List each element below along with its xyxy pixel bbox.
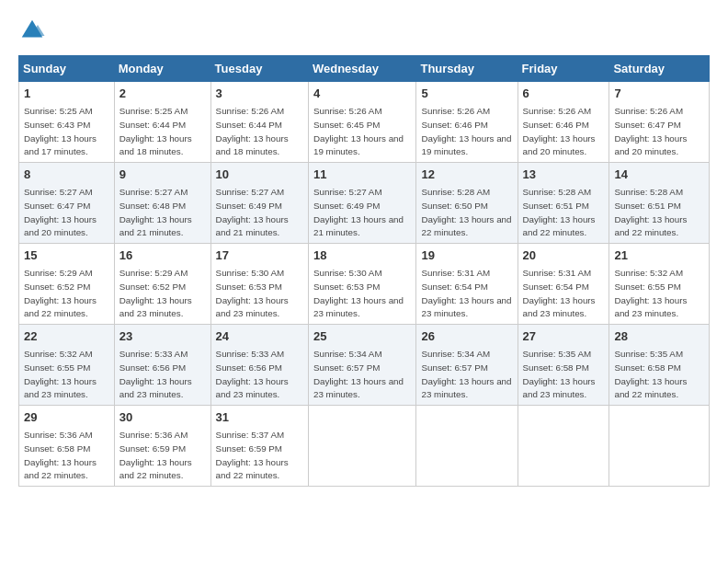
col-header-sunday: Sunday [19, 56, 115, 82]
calendar-week-1: 1 Sunrise: 5:25 AMSunset: 6:43 PMDayligh… [19, 82, 710, 163]
calendar-cell: 6 Sunrise: 5:26 AMSunset: 6:46 PMDayligh… [518, 82, 609, 163]
calendar-cell: 10 Sunrise: 5:27 AMSunset: 6:49 PMDaylig… [210, 163, 308, 244]
col-header-monday: Monday [114, 56, 210, 82]
day-number: 7 [614, 86, 704, 102]
day-info: Sunrise: 5:29 AMSunset: 6:52 PMDaylight:… [119, 268, 192, 318]
calendar-cell: 17 Sunrise: 5:30 AMSunset: 6:53 PMDaylig… [210, 244, 308, 325]
day-number: 11 [313, 167, 412, 183]
day-number: 25 [313, 328, 412, 345]
day-info: Sunrise: 5:35 AMSunset: 6:58 PMDaylight:… [523, 349, 596, 399]
calendar-cell: 30 Sunrise: 5:36 AMSunset: 6:59 PMDaylig… [114, 406, 210, 487]
day-info: Sunrise: 5:34 AMSunset: 6:57 PMDaylight:… [313, 349, 404, 399]
calendar-cell: 15 Sunrise: 5:29 AMSunset: 6:52 PMDaylig… [19, 244, 115, 325]
day-info: Sunrise: 5:25 AMSunset: 6:44 PMDaylight:… [119, 106, 192, 156]
calendar-cell: 13 Sunrise: 5:28 AMSunset: 6:51 PMDaylig… [518, 163, 609, 244]
day-number: 29 [24, 409, 109, 426]
day-info: Sunrise: 5:34 AMSunset: 6:57 PMDaylight:… [421, 349, 511, 399]
calendar-cell: 20 Sunrise: 5:31 AMSunset: 6:54 PMDaylig… [518, 244, 609, 325]
day-number: 30 [119, 409, 206, 426]
day-info: Sunrise: 5:37 AMSunset: 6:59 PMDaylight:… [216, 430, 289, 480]
day-info: Sunrise: 5:36 AMSunset: 6:59 PMDaylight:… [119, 430, 192, 480]
calendar-cell: 27 Sunrise: 5:35 AMSunset: 6:58 PMDaylig… [518, 325, 609, 406]
day-number: 16 [119, 247, 206, 264]
page-container: SundayMondayTuesdayWednesdayThursdayFrid… [0, 0, 728, 496]
day-number: 6 [523, 86, 605, 102]
calendar-week-3: 15 Sunrise: 5:29 AMSunset: 6:52 PMDaylig… [19, 244, 710, 325]
day-info: Sunrise: 5:33 AMSunset: 6:56 PMDaylight:… [119, 349, 192, 399]
day-number: 27 [523, 328, 605, 345]
header-row: SundayMondayTuesdayWednesdayThursdayFrid… [19, 56, 710, 82]
day-info: Sunrise: 5:31 AMSunset: 6:54 PMDaylight:… [421, 268, 511, 318]
calendar-cell: 22 Sunrise: 5:32 AMSunset: 6:55 PMDaylig… [19, 325, 115, 406]
calendar-cell: 1 Sunrise: 5:25 AMSunset: 6:43 PMDayligh… [19, 82, 115, 163]
calendar-cell: 4 Sunrise: 5:26 AMSunset: 6:45 PMDayligh… [308, 82, 416, 163]
day-number: 5 [421, 86, 512, 102]
day-number: 3 [216, 86, 303, 102]
header [18, 17, 710, 44]
col-header-wednesday: Wednesday [308, 56, 416, 82]
calendar-cell [416, 406, 518, 487]
day-number: 31 [216, 409, 303, 426]
day-number: 13 [523, 167, 605, 183]
calendar-cell: 18 Sunrise: 5:30 AMSunset: 6:53 PMDaylig… [308, 244, 416, 325]
day-info: Sunrise: 5:29 AMSunset: 6:52 PMDaylight:… [24, 268, 97, 318]
calendar-cell [308, 406, 416, 487]
calendar-cell: 26 Sunrise: 5:34 AMSunset: 6:57 PMDaylig… [416, 325, 518, 406]
col-header-tuesday: Tuesday [210, 56, 308, 82]
day-number: 15 [24, 247, 109, 264]
day-info: Sunrise: 5:32 AMSunset: 6:55 PMDaylight:… [24, 349, 97, 399]
day-info: Sunrise: 5:27 AMSunset: 6:48 PMDaylight:… [119, 187, 192, 237]
calendar-week-5: 29 Sunrise: 5:36 AMSunset: 6:58 PMDaylig… [19, 406, 710, 487]
day-info: Sunrise: 5:26 AMSunset: 6:46 PMDaylight:… [421, 106, 511, 156]
calendar-cell [609, 406, 710, 487]
day-info: Sunrise: 5:30 AMSunset: 6:53 PMDaylight:… [313, 268, 404, 318]
day-number: 4 [313, 86, 412, 102]
day-info: Sunrise: 5:32 AMSunset: 6:55 PMDaylight:… [614, 268, 687, 318]
day-info: Sunrise: 5:25 AMSunset: 6:43 PMDaylight:… [24, 106, 97, 156]
day-info: Sunrise: 5:33 AMSunset: 6:56 PMDaylight:… [216, 349, 289, 399]
day-number: 17 [216, 247, 303, 264]
day-number: 23 [119, 328, 206, 345]
calendar-cell: 16 Sunrise: 5:29 AMSunset: 6:52 PMDaylig… [114, 244, 210, 325]
logo-icon [18, 17, 46, 44]
day-info: Sunrise: 5:26 AMSunset: 6:44 PMDaylight:… [216, 106, 289, 156]
day-number: 8 [24, 167, 109, 183]
day-info: Sunrise: 5:28 AMSunset: 6:51 PMDaylight:… [614, 187, 687, 237]
day-info: Sunrise: 5:27 AMSunset: 6:49 PMDaylight:… [216, 187, 289, 237]
calendar-cell [518, 406, 609, 487]
day-number: 9 [119, 167, 206, 183]
calendar-cell: 9 Sunrise: 5:27 AMSunset: 6:48 PMDayligh… [114, 163, 210, 244]
day-info: Sunrise: 5:35 AMSunset: 6:58 PMDaylight:… [614, 349, 687, 399]
day-info: Sunrise: 5:30 AMSunset: 6:53 PMDaylight:… [216, 268, 289, 318]
day-info: Sunrise: 5:28 AMSunset: 6:50 PMDaylight:… [421, 187, 511, 237]
day-number: 28 [614, 328, 704, 345]
calendar-cell: 8 Sunrise: 5:27 AMSunset: 6:47 PMDayligh… [19, 163, 115, 244]
day-info: Sunrise: 5:36 AMSunset: 6:58 PMDaylight:… [24, 430, 97, 480]
calendar-cell: 28 Sunrise: 5:35 AMSunset: 6:58 PMDaylig… [609, 325, 710, 406]
day-info: Sunrise: 5:27 AMSunset: 6:49 PMDaylight:… [313, 187, 404, 237]
day-number: 20 [523, 247, 605, 264]
calendar-cell: 23 Sunrise: 5:33 AMSunset: 6:56 PMDaylig… [114, 325, 210, 406]
calendar-cell: 5 Sunrise: 5:26 AMSunset: 6:46 PMDayligh… [416, 82, 518, 163]
calendar-cell: 3 Sunrise: 5:26 AMSunset: 6:44 PMDayligh… [210, 82, 308, 163]
day-number: 26 [421, 328, 512, 345]
calendar-cell: 29 Sunrise: 5:36 AMSunset: 6:58 PMDaylig… [19, 406, 115, 487]
col-header-thursday: Thursday [416, 56, 518, 82]
logo [18, 17, 50, 44]
calendar-table: SundayMondayTuesdayWednesdayThursdayFrid… [18, 55, 710, 487]
day-info: Sunrise: 5:31 AMSunset: 6:54 PMDaylight:… [523, 268, 596, 318]
day-info: Sunrise: 5:27 AMSunset: 6:47 PMDaylight:… [24, 187, 97, 237]
day-info: Sunrise: 5:26 AMSunset: 6:46 PMDaylight:… [523, 106, 596, 156]
calendar-cell: 11 Sunrise: 5:27 AMSunset: 6:49 PMDaylig… [308, 163, 416, 244]
calendar-week-4: 22 Sunrise: 5:32 AMSunset: 6:55 PMDaylig… [19, 325, 710, 406]
day-number: 24 [216, 328, 303, 345]
col-header-friday: Friday [518, 56, 609, 82]
calendar-cell: 2 Sunrise: 5:25 AMSunset: 6:44 PMDayligh… [114, 82, 210, 163]
day-number: 14 [614, 167, 704, 183]
day-number: 21 [614, 247, 704, 264]
day-number: 2 [119, 86, 206, 102]
day-number: 18 [313, 247, 412, 264]
day-number: 19 [421, 247, 512, 264]
col-header-saturday: Saturday [609, 56, 710, 82]
day-number: 12 [421, 167, 512, 183]
